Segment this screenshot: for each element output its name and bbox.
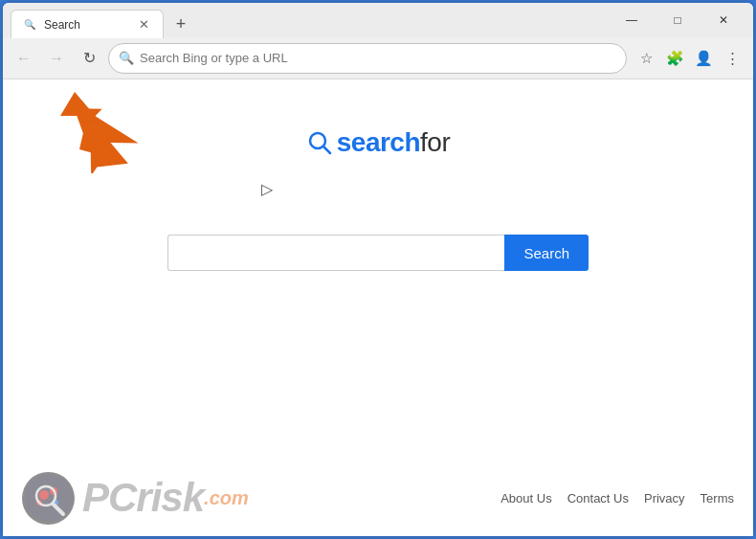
tab-title: Search (44, 18, 128, 32)
address-search-icon: 🔍 (119, 51, 134, 65)
back-button[interactable]: ← (11, 45, 37, 72)
search-input[interactable] (167, 235, 504, 271)
new-tab-button[interactable]: + (167, 11, 194, 37)
menu-button[interactable]: ⋮ (719, 45, 745, 72)
cursor-indicator: ▷ (261, 180, 273, 198)
footer-privacy-link[interactable]: Privacy (644, 491, 685, 505)
footer-about-link[interactable]: About Us (500, 491, 551, 505)
logo-search-part: search (337, 127, 420, 157)
window-controls: — □ ✕ (610, 6, 745, 34)
maximize-button[interactable]: □ (656, 6, 700, 34)
svg-point-4 (25, 474, 73, 522)
tab-strip: 🔍 Search ✕ + (11, 3, 606, 37)
logo-text: searchfor (337, 127, 450, 158)
footer-terms-link[interactable]: Terms (700, 491, 734, 505)
logo-search-icon (306, 129, 333, 156)
footer-links: About Us Contact Us Privacy Terms (500, 491, 734, 505)
address-bar-container[interactable]: 🔍 (108, 43, 627, 74)
svg-marker-0 (60, 89, 145, 173)
pcrisk-risk-text: risk (136, 475, 204, 521)
toolbar: ← → ↻ 🔍 ☆ 🧩 👤 ⋮ (3, 37, 753, 79)
favorites-button[interactable]: ☆ (633, 45, 659, 72)
toolbar-right: ☆ 🧩 👤 ⋮ (633, 45, 745, 72)
extensions-button[interactable]: 🧩 (661, 45, 688, 72)
svg-marker-1 (60, 92, 103, 154)
profile-button[interactable]: 👤 (690, 45, 717, 72)
arrow-annotation (60, 87, 137, 164)
pcrisk-logo: PC risk .com (22, 472, 249, 525)
page-content: searchfor ▷ Search (3, 79, 753, 536)
active-tab[interactable]: 🔍 Search ✕ (11, 10, 164, 38)
minimize-button[interactable]: — (610, 6, 654, 34)
pcrisk-pc-text: PC (82, 475, 136, 521)
title-bar: 🔍 Search ✕ + — □ ✕ (3, 3, 753, 37)
address-input[interactable] (140, 51, 616, 65)
forward-button[interactable]: → (43, 45, 70, 72)
pcrisk-dotcom-text: .com (204, 487, 249, 509)
browser-window: 🔍 Search ✕ + — □ ✕ ← → ↻ 🔍 ☆ 🧩 👤 ⋮ (3, 3, 753, 536)
svg-line-3 (323, 146, 330, 153)
logo-for-part: for (420, 127, 450, 157)
search-button[interactable]: Search (504, 235, 589, 271)
search-area: Search (167, 235, 589, 271)
refresh-button[interactable]: ↻ (76, 45, 102, 72)
footer-contact-link[interactable]: Contact Us (567, 491, 629, 505)
tab-close-button[interactable]: ✕ (136, 17, 151, 33)
logo-area: searchfor (306, 127, 450, 158)
svg-point-5 (39, 490, 49, 500)
close-button[interactable]: ✕ (701, 6, 745, 34)
tab-favicon: 🔍 (23, 18, 36, 32)
pcrisk-icon (22, 472, 75, 525)
footer-area: PC risk .com About Us Contact Us Privacy… (3, 460, 753, 536)
